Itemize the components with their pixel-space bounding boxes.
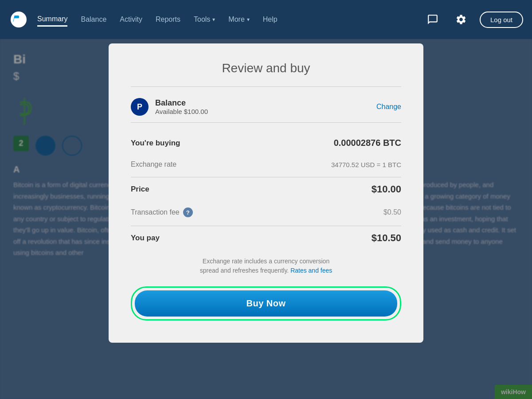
you-pay-value: $10.50: [372, 232, 401, 244]
rates-fees-link[interactable]: Rates and fees: [290, 267, 332, 274]
nav-item-summary[interactable]: Summary: [37, 13, 67, 27]
exchange-rate-value: 34770.52 USD = 1 BTC: [331, 161, 401, 168]
nav-right: Log out: [423, 10, 523, 29]
navbar: P Summary Balance Activity Reports Tools…: [0, 0, 532, 39]
nav-item-more[interactable]: More ▾: [228, 13, 249, 26]
nav-item-activity[interactable]: Activity: [120, 13, 142, 26]
navbar-logo: P: [9, 10, 28, 29]
nav-item-help[interactable]: Help: [263, 13, 278, 26]
transaction-fee-value: $0.50: [383, 208, 401, 216]
more-chevron-icon: ▾: [247, 16, 250, 23]
exchange-rate-label: Exchange rate: [131, 160, 176, 168]
modal-divider: [131, 86, 401, 87]
message-icon: [427, 14, 438, 25]
tools-chevron-icon: ▾: [212, 16, 215, 23]
nav-item-reports[interactable]: Reports: [156, 13, 180, 26]
buying-row: You're buying 0.00002876 BTC: [131, 132, 401, 154]
buy-now-wrapper: Buy Now: [131, 286, 401, 321]
review-modal: Review and buy P Balance Available $100.…: [109, 43, 423, 343]
price-label: Price: [131, 185, 149, 194]
price-row: Price $10.00: [131, 177, 401, 201]
settings-button[interactable]: [451, 10, 471, 29]
buying-value: 0.00002876 BTC: [334, 138, 401, 148]
payment-available-amount: Available $100.00: [155, 108, 376, 115]
you-pay-row: You pay $10.50: [131, 226, 401, 250]
buy-now-button[interactable]: Buy Now: [135, 290, 397, 317]
payment-method-name: Balance: [155, 98, 376, 108]
buying-label: You're buying: [131, 139, 180, 148]
transaction-fee-label: Transaction fee: [131, 208, 180, 216]
transaction-fee-row: Transaction fee ? $0.50: [131, 201, 401, 223]
nav-item-tools[interactable]: Tools ▾: [194, 13, 215, 26]
transaction-fee-help-icon[interactable]: ?: [183, 207, 193, 217]
nav-items: Summary Balance Activity Reports Tools ▾…: [37, 13, 423, 27]
info-text: Exchange rate includes a currency conver…: [131, 257, 401, 275]
nav-item-balance[interactable]: Balance: [81, 13, 106, 26]
exchange-rate-row: Exchange rate 34770.52 USD = 1 BTC: [131, 154, 401, 175]
gear-icon: [455, 14, 467, 25]
paypal-logo-icon: P: [11, 12, 27, 27]
payment-method-row: P Balance Available $100.00 Change: [131, 98, 401, 123]
paypal-balance-icon: P: [131, 98, 149, 116]
modal-title: Review and buy: [131, 61, 401, 75]
messages-button[interactable]: [423, 10, 442, 29]
change-payment-link[interactable]: Change: [376, 103, 401, 111]
modal-overlay: Review and buy P Balance Available $100.…: [0, 39, 532, 399]
logout-button[interactable]: Log out: [480, 12, 523, 28]
you-pay-label: You pay: [131, 234, 160, 243]
price-value: $10.00: [372, 184, 401, 195]
transaction-fee-label-group: Transaction fee ?: [131, 207, 193, 217]
payment-info: Balance Available $100.00: [155, 98, 376, 115]
